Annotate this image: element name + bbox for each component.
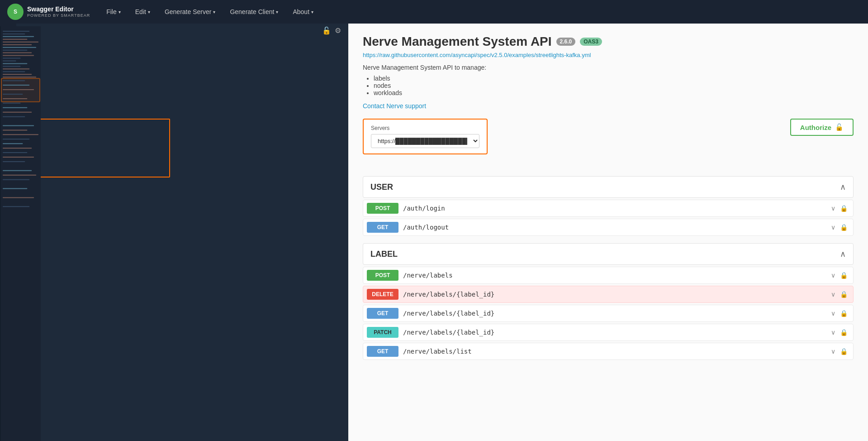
svg-rect-36 — [3, 143, 23, 144]
swagger-panel: Nerve Management System API 2.6.0 OAS3 h… — [348, 24, 868, 441]
method-badge-delete: DELETE — [367, 289, 398, 300]
section-user-header[interactable]: USER ∧ — [363, 176, 854, 198]
gen-client-arrow-icon: ▾ — [276, 10, 278, 14]
version-badge: 2.6.0 — [556, 38, 576, 46]
svg-rect-38 — [3, 152, 27, 153]
menu-generate-client[interactable]: Generate Client ▾ — [224, 5, 284, 18]
svg-rect-27 — [3, 98, 27, 99]
about-arrow-icon: ▾ — [311, 10, 313, 14]
endpoint-lock-icon: 🔒 — [840, 348, 848, 355]
endpoint-lock-icon: 🔒 — [840, 310, 848, 317]
servers-select[interactable]: https://██████████████████/ — [371, 134, 479, 148]
svg-rect-32 — [3, 125, 34, 126]
endpoint-lock-icon: 🔒 — [840, 272, 848, 279]
section-label-header[interactable]: LABEL ∧ — [363, 243, 854, 265]
svg-rect-43 — [3, 179, 29, 180]
svg-rect-12 — [3, 55, 34, 56]
svg-rect-40 — [3, 161, 25, 162]
api-description: Nerve Management System API to manage: — [363, 64, 854, 71]
endpoint-get-auth-logout[interactable]: GET /auth/logout ∨ 🔒 — [363, 219, 854, 236]
method-badge-get: GET — [367, 308, 398, 319]
endpoint-chevron-icon: ∨ — [831, 272, 835, 279]
svg-rect-3 — [3, 31, 29, 32]
contact-link[interactable]: Contact Nerve support — [363, 102, 426, 110]
svg-rect-14 — [3, 61, 16, 62]
feature-labels: labels — [374, 75, 854, 82]
svg-rect-41 — [3, 170, 32, 171]
section-user: USER ∧ POST /auth/login ∨ 🔒 GET /auth/lo… — [363, 176, 854, 236]
endpoint-path: /nerve/labels/{label_id} — [403, 291, 826, 298]
svg-rect-9 — [3, 47, 36, 48]
svg-rect-30 — [3, 112, 32, 113]
section-label-title: LABEL — [370, 249, 398, 259]
svg-text:S: S — [14, 9, 17, 15]
svg-rect-45 — [3, 197, 34, 198]
method-badge-get: GET — [367, 346, 398, 357]
edit-arrow-icon: ▾ — [148, 10, 150, 14]
api-title: Nerve Management System API — [363, 34, 552, 49]
endpoint-lock-icon: 🔒 — [840, 205, 848, 212]
endpoint-chevron-icon: ∨ — [831, 329, 835, 336]
authorize-label: Authorize — [800, 124, 831, 131]
svg-rect-26 — [3, 94, 23, 95]
menu-generate-server[interactable]: Generate Server ▾ — [159, 5, 221, 18]
servers-section: Servers https://██████████████████/ — [363, 119, 488, 154]
endpoint-lock-icon: 🔒 — [840, 291, 848, 298]
gen-server-arrow-icon: ▾ — [213, 10, 215, 14]
method-badge-get: GET — [367, 222, 398, 233]
svg-rect-15 — [3, 63, 27, 64]
endpoint-path: /nerve/labels/{label_id} — [403, 310, 826, 317]
endpoint-chevron-icon: ∨ — [831, 291, 835, 298]
svg-rect-31 — [3, 116, 25, 117]
top-navigation: S Swagger Editor POWERED BY SMARTBEAR Fi… — [0, 0, 868, 24]
svg-rect-13 — [3, 58, 21, 59]
method-badge-post: POST — [367, 270, 398, 281]
logo: S Swagger Editor POWERED BY SMARTBEAR — [7, 4, 90, 20]
menu-file[interactable]: File ▾ — [101, 5, 126, 18]
code-area[interactable]: { "openapi": "3.0.3", "info": { "version… — [16, 24, 348, 26]
svg-rect-37 — [3, 148, 32, 149]
svg-rect-10 — [3, 50, 27, 51]
logo-text: Swagger Editor — [27, 6, 90, 13]
file-arrow-icon: ▾ — [119, 10, 121, 14]
authorize-button[interactable]: Authorize 🔓 — [790, 119, 854, 136]
endpoint-path: /auth/login — [403, 205, 826, 212]
endpoint-get-nerve-labels-list[interactable]: GET /nerve/labels/list ∨ 🔒 — [363, 343, 854, 360]
endpoint-post-auth-login[interactable]: POST /auth/login ∨ 🔒 — [363, 200, 854, 217]
svg-rect-34 — [3, 134, 38, 135]
endpoint-path: /nerve/labels — [403, 272, 826, 279]
svg-rect-33 — [3, 130, 27, 131]
endpoint-path: /auth/logout — [403, 224, 826, 231]
svg-rect-39 — [3, 157, 34, 158]
svg-rect-35 — [3, 139, 29, 140]
api-url-link[interactable]: https://raw.githubusercontent.com/asynca… — [363, 52, 854, 58]
svg-rect-44 — [3, 188, 27, 189]
svg-rect-11 — [3, 53, 32, 53]
api-features-list: labels nodes workloads — [363, 75, 854, 96]
lock-toolbar-icon[interactable]: 🔓 — [322, 26, 331, 35]
endpoint-chevron-icon: ∨ — [831, 224, 835, 231]
endpoint-delete-nerve-labels-id[interactable]: DELETE /nerve/labels/{label_id} ∨ 🔒 — [363, 286, 854, 303]
endpoint-get-nerve-labels-id[interactable]: GET /nerve/labels/{label_id} ∨ 🔒 — [363, 305, 854, 322]
endpoint-path: /nerve/labels/{label_id} — [403, 329, 826, 336]
editor-content: 12345 678910 1112131415 1617181920 21222… — [0, 24, 348, 26]
section-label: LABEL ∧ POST /nerve/labels ∨ 🔒 DELETE /n… — [363, 243, 854, 360]
endpoint-lock-icon: 🔒 — [840, 224, 848, 231]
menu-edit[interactable]: Edit ▾ — [130, 5, 156, 18]
section-label-chevron-icon[interactable]: ∧ — [840, 249, 846, 259]
svg-rect-25 — [3, 89, 34, 90]
svg-rect-23 — [3, 80, 25, 81]
svg-rect-6 — [3, 39, 27, 40]
svg-rect-21 — [3, 74, 32, 75]
servers-row: https://██████████████████/ — [371, 134, 479, 148]
settings-toolbar-icon[interactable]: ⚙ — [335, 26, 341, 35]
authorize-lock-icon: 🔓 — [835, 123, 844, 131]
endpoint-post-nerve-labels[interactable]: POST /nerve/labels ∨ 🔒 — [363, 267, 854, 284]
main-layout: 🔓 ⚙ 12345 678910 1112131415 1617181920 2… — [0, 24, 868, 441]
endpoint-patch-nerve-labels-id[interactable]: PATCH /nerve/labels/{label_id} ∨ 🔒 — [363, 324, 854, 341]
section-user-chevron-icon[interactable]: ∧ — [840, 182, 846, 192]
logo-icon: S — [7, 4, 24, 20]
menu-about[interactable]: About ▾ — [287, 5, 319, 18]
minimap — [0, 26, 41, 441]
editor-panel: 🔓 ⚙ 12345 678910 1112131415 1617181920 2… — [0, 24, 348, 441]
